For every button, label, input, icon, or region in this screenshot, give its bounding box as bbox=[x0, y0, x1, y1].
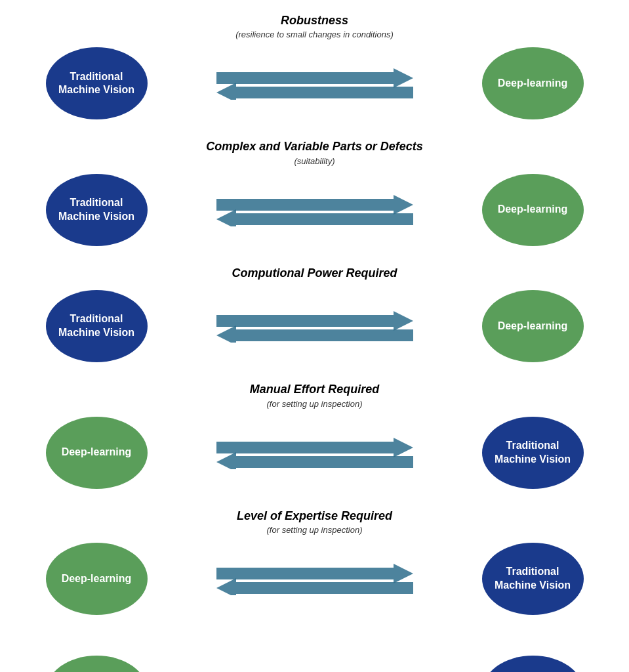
title-robustness: Robustness bbox=[281, 13, 348, 28]
row-robustness: Robustness (resilience to small changes … bbox=[46, 13, 584, 133]
ellipse-traditional-right-6: TraditionalMachine Vision bbox=[482, 656, 584, 672]
arrow-expertise bbox=[148, 562, 482, 595]
arrow-robustness bbox=[148, 67, 482, 100]
arrow-computational bbox=[148, 310, 482, 343]
arrow-manual bbox=[148, 436, 482, 469]
subtitle-robustness: (resilience to small changes in conditio… bbox=[235, 30, 394, 39]
title-expertise: Level of Expertise Required bbox=[237, 509, 392, 524]
svg-marker-1 bbox=[216, 83, 413, 100]
ellipses-row-robustness: TraditionalMachine Vision Dee bbox=[46, 47, 584, 119]
subtitle-expertise: (for setting up inspection) bbox=[267, 525, 363, 535]
svg-marker-4 bbox=[216, 311, 413, 331]
svg-marker-6 bbox=[216, 438, 413, 457]
ellipse-deep-left-4: Deep-learning bbox=[46, 417, 148, 489]
row-expertise: Level of Expertise Required (for setting… bbox=[46, 509, 584, 628]
ellipses-row-computational: TraditionalMachine Vision Deep-learning bbox=[46, 290, 584, 362]
row-manual-effort: Manual Effort Required (for setting up i… bbox=[46, 382, 584, 501]
title-computational: Computional Power Required bbox=[232, 266, 397, 281]
ellipse-traditional-3: TraditionalMachine Vision bbox=[46, 290, 148, 362]
svg-marker-7 bbox=[216, 452, 413, 469]
ellipse-deep-left-5: Deep-learning bbox=[46, 543, 148, 615]
ellipse-traditional-1: TraditionalMachine Vision bbox=[46, 47, 148, 119]
subtitle-complex-parts: (suitability) bbox=[294, 156, 335, 166]
arrow-complex bbox=[148, 194, 482, 226]
ellipses-row-bottom: Deep-learning TraditionalMachine Vision bbox=[46, 656, 584, 672]
ellipse-traditional-right-4: TraditionalMachine Vision bbox=[482, 417, 584, 489]
row-bottom: Deep-learning TraditionalMachine Vision bbox=[46, 654, 584, 672]
svg-marker-2 bbox=[216, 195, 413, 215]
ellipse-traditional-right-5: TraditionalMachine Vision bbox=[482, 543, 584, 615]
ellipses-row-manual: Deep-learning TraditionalMachine Vision bbox=[46, 417, 584, 489]
svg-marker-3 bbox=[216, 209, 413, 226]
row-complex-parts: Complex and Variable Parts or Defects (s… bbox=[46, 139, 584, 259]
ellipse-deep-left-6: Deep-learning bbox=[46, 656, 148, 672]
subtitle-manual-effort: (for setting up inspection) bbox=[267, 399, 363, 409]
title-complex-parts: Complex and Variable Parts or Defects bbox=[206, 139, 422, 154]
svg-marker-8 bbox=[216, 564, 413, 583]
title-manual-effort: Manual Effort Required bbox=[250, 382, 380, 397]
svg-marker-5 bbox=[216, 326, 413, 343]
ellipse-deep-2: Deep-learning bbox=[482, 174, 584, 246]
ellipses-row-expertise: Deep-learning TraditionalMachine Vision bbox=[46, 543, 584, 615]
svg-marker-9 bbox=[216, 578, 413, 595]
ellipse-traditional-2: TraditionalMachine Vision bbox=[46, 174, 148, 246]
ellipses-row-complex: TraditionalMachine Vision Deep-learning bbox=[46, 174, 584, 246]
svg-marker-0 bbox=[216, 68, 413, 88]
diagram-container: Robustness (resilience to small changes … bbox=[46, 13, 584, 672]
row-computational: Computional Power Required TraditionalMa… bbox=[46, 266, 584, 375]
ellipse-deep-1: Deep-learning bbox=[482, 47, 584, 119]
ellipse-deep-3: Deep-learning bbox=[482, 290, 584, 362]
